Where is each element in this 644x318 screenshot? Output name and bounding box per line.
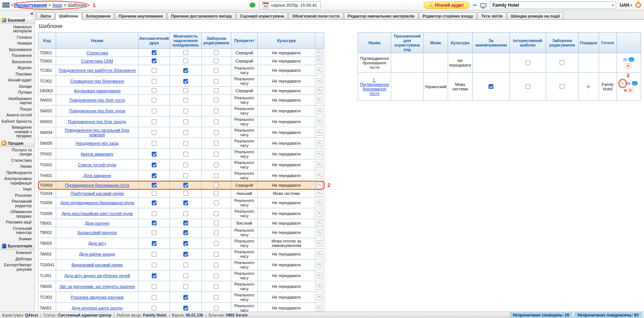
edit-template-icon[interactable]	[317, 49, 322, 56]
template-name-link[interactable]: Розсилка зведених рахунків	[71, 295, 123, 299]
forbid-edit-checkbox[interactable]	[214, 221, 219, 225]
auto-print-checkbox[interactable]	[152, 119, 157, 124]
allow-messages-checkbox[interactable]	[183, 183, 188, 187]
template-name-link[interactable]: Анульовані нарахування	[74, 89, 120, 93]
template-row[interactable]: TB002Балансовий рахунокРеального часуНе …	[38, 227, 324, 238]
forbid-edit-checkbox[interactable]	[214, 152, 219, 157]
template-row[interactable]: TL001Друк акту видачі загублених речейРе…	[38, 270, 324, 281]
allow-messages-checkbox[interactable]	[183, 230, 188, 235]
template-row[interactable]: TG0041Видатковий касовий ордерРеального …	[38, 260, 324, 270]
edit-template-icon[interactable]	[317, 262, 322, 268]
template-name-link[interactable]: Сповіщення про блокування	[70, 79, 124, 83]
allow-messages-checkbox[interactable]	[183, 221, 188, 225]
template-name-link[interactable]: Друк акту видачі загублених речей	[64, 273, 130, 278]
auto-print-checkbox[interactable]	[152, 98, 157, 103]
template-row[interactable]: TD001СтатистикаСереднійНе передавати	[38, 49, 324, 57]
sidebar-item[interactable]: Прейскуранти	[0, 170, 35, 176]
auto-print-checkbox[interactable]	[152, 183, 157, 187]
auto-print-checkbox[interactable]	[152, 221, 157, 225]
sidebar-item[interactable]: Статистика	[0, 157, 35, 164]
tab-item[interactable]: Редактор навчальних матеріалів	[344, 12, 418, 19]
sync-arrows-icon[interactable]: ↔	[473, 2, 477, 8]
forbid-edit-checkbox[interactable]	[214, 295, 219, 300]
version-row[interactable]: 1. Підтвердження бронювання гостяУкраинс…	[358, 73, 641, 101]
forbid-edit-checkbox[interactable]	[214, 284, 219, 289]
allow-messages-checkbox[interactable]	[183, 109, 188, 113]
edit-template-icon[interactable]	[317, 162, 322, 168]
auto-print-checkbox[interactable]	[152, 191, 157, 196]
forbid-edit-checkbox[interactable]	[214, 58, 219, 63]
forbid-edit-checkbox[interactable]	[214, 263, 219, 267]
sidebar-item[interactable]: Виселення	[0, 59, 35, 65]
power-icon[interactable]	[635, 2, 641, 8]
sidebar-section-header[interactable]: Продаж	[0, 139, 35, 147]
play-icon[interactable]: ▶	[626, 63, 631, 68]
forbid-edit-checkbox[interactable]	[214, 183, 219, 187]
play-icon[interactable]: ▶	[628, 88, 634, 93]
sidebar-item[interactable]: Анкети гостей	[0, 112, 35, 119]
edit-template-icon[interactable]	[317, 119, 322, 125]
sidebar-item[interactable]: Кабінет броніста	[0, 118, 35, 125]
auto-print-checkbox[interactable]	[152, 58, 157, 63]
edit-template-icon[interactable]	[317, 182, 322, 188]
auto-print-checkbox[interactable]	[152, 141, 157, 146]
edit-template-icon[interactable]	[317, 87, 322, 94]
forbid-edit-checkbox[interactable]	[214, 230, 219, 235]
sidebar-item[interactable]: Поселення	[0, 53, 35, 59]
status-badge[interactable]: Непрочитаних сповіщень: 20	[510, 312, 573, 318]
forbid-edit-checkbox[interactable]	[560, 84, 564, 89]
sidebar-item[interactable]: Рекламний редактор	[0, 199, 35, 209]
sidebar-item[interactable]: Заходи	[0, 83, 35, 90]
template-name-link[interactable]: Повідомлення про борг гостя	[70, 98, 125, 102]
sidebar-item[interactable]: Журнал	[0, 65, 35, 71]
sidebar-item[interactable]: Знижки	[0, 236, 35, 242]
sidebar-item[interactable]: Пошук	[0, 106, 35, 112]
interactive-template-checkbox[interactable]	[525, 60, 530, 65]
allow-messages-checkbox[interactable]	[183, 163, 188, 167]
edit-template-icon[interactable]	[317, 129, 322, 136]
template-row[interactable]: TD002Статистика CRMСереднійНе передавати	[38, 57, 324, 65]
forbid-edit-checkbox[interactable]	[214, 141, 219, 146]
sidebar-item[interactable]: Номери	[0, 41, 35, 47]
menu-icon[interactable]	[2, 3, 10, 7]
allow-messages-checkbox[interactable]	[183, 152, 188, 157]
forbid-edit-checkbox[interactable]	[214, 200, 219, 205]
edit-template-icon[interactable]	[317, 190, 322, 196]
allow-messages-checkbox[interactable]	[183, 241, 188, 246]
edit-template-icon[interactable]	[317, 200, 322, 206]
edit-template-icon[interactable]	[317, 294, 322, 301]
forbid-edit-checkbox[interactable]	[214, 79, 219, 84]
allow-messages-checkbox[interactable]	[183, 295, 188, 300]
template-name-link[interactable]: Статистика CRM	[81, 59, 113, 63]
default-checkbox[interactable]	[489, 84, 493, 89]
template-row[interactable]: TG005Друк підтвердження бронювання групи…	[38, 197, 324, 208]
edit-template-icon[interactable]	[317, 305, 322, 311]
template-name-link[interactable]: Друк ануляції карти заходу	[72, 306, 123, 310]
auto-print-checkbox[interactable]	[152, 163, 157, 167]
datetime-display[interactable]: 14 серпня 2025р. 15:56:41	[259, 1, 321, 9]
sidebar-section-header[interactable]: Базовий	[0, 16, 35, 24]
edit-template-icon[interactable]	[317, 151, 322, 157]
allow-messages-checkbox[interactable]	[183, 173, 188, 178]
sidebar-item[interactable]: Головна	[0, 34, 35, 41]
edit-template-icon[interactable]	[317, 78, 322, 84]
auto-print-checkbox[interactable]	[152, 263, 157, 267]
allow-messages-checkbox[interactable]	[183, 273, 188, 278]
template-row[interactable]: TG001Список гостей групиРеального часуНе…	[38, 160, 324, 170]
tab-item[interactable]: Сценарії користувача	[236, 12, 288, 19]
sidebar-item[interactable]: Альтернативна тарифікація	[0, 176, 35, 186]
allow-messages-checkbox[interactable]	[183, 200, 188, 205]
template-name-link[interactable]: Підтвердження бронювання гостя	[65, 183, 129, 187]
sidebar-item[interactable]: Послуги та заходи	[0, 147, 35, 157]
chat-bubble-icon[interactable]	[632, 81, 638, 86]
sidebar-item[interactable]: Експорт/Імпорт рахунків	[0, 262, 35, 273]
template-name-link[interactable]: Звіт за рахунками, що очікують рішення	[59, 284, 135, 289]
auto-print-checkbox[interactable]	[152, 306, 157, 311]
auto-print-checkbox[interactable]	[152, 273, 157, 278]
forbid-edit-checkbox[interactable]	[214, 252, 219, 257]
template-row[interactable]: TG003Підтвердження бронювання гостяСеред…	[38, 181, 324, 189]
sidebar-item[interactable]: Путівки	[0, 90, 35, 96]
allow-messages-checkbox[interactable]	[183, 252, 188, 257]
auto-print-checkbox[interactable]	[152, 295, 157, 300]
forbid-edit-checkbox[interactable]	[214, 98, 219, 103]
